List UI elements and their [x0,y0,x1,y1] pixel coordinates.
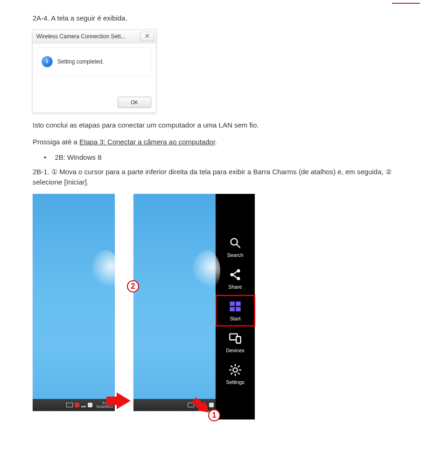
svg-line-5 [233,271,237,274]
svg-line-18 [231,366,233,368]
marker-2: 2 [127,280,139,292]
gear-icon [229,363,242,377]
dialog-body: i Setting completed. [33,43,156,95]
circled-2-inline: ② [385,168,392,176]
svg-rect-7 [230,302,235,306]
dialog-window: Wireless Camera Connection Sett... i Set… [33,30,156,113]
svg-point-2 [231,273,234,277]
svg-line-6 [233,275,237,278]
desktop-right-with-charms: Search Share [133,194,255,419]
svg-point-3 [237,270,240,273]
bullet-2b-label: 2B: Windows 8 [55,153,101,161]
bullet-2b: 2B: Windows 8 [44,153,415,161]
svg-point-0 [231,239,238,245]
etapa3-link[interactable]: Etapa 3: Conectar a câmera ao computador [79,138,215,146]
desktop-right [133,194,216,411]
network-icon [81,403,86,407]
close-icon [145,34,149,39]
svg-rect-9 [230,307,235,311]
info-icon: i [42,56,53,67]
svg-line-21 [238,366,239,368]
clock-date: 5/16/2013 [96,405,113,409]
close-button[interactable] [140,32,154,41]
windows-logo-icon [229,300,242,314]
conclusion-text: Isto conclui as etapas para conectar um … [33,120,415,130]
action-center-icon [75,403,79,407]
svg-line-20 [231,373,233,375]
share-icon [229,268,242,282]
charm-search[interactable]: Search [216,232,255,263]
charm-label: Share [228,284,242,290]
ok-button[interactable]: OK [118,97,151,108]
volume-icon [88,403,92,407]
devices-icon [229,332,242,346]
svg-point-4 [237,277,240,280]
dialog-titlebar: Wireless Camera Connection Sett... [33,30,156,43]
svg-rect-10 [236,307,241,311]
dialog-title: Wireless Camera Connection Sett... [36,33,140,40]
heading-2a4: 2A-4. A tela a seguir é exibida. [33,13,415,23]
svg-rect-12 [236,337,240,343]
arrow-right-icon [117,392,131,409]
taskbar-left: 9:22 A 5/16/2013 [33,399,115,411]
dialog-footer: OK [33,95,156,113]
charm-start[interactable]: Start [216,295,255,326]
charm-settings[interactable]: Settings [216,359,255,390]
charm-label: Settings [226,379,245,385]
ok-button-label: OK [131,99,138,105]
svg-point-13 [233,368,237,372]
step-2b1-part2: selecione [Iniciar]. [33,178,89,186]
svg-line-19 [238,373,239,375]
dialog-message-row: i Setting completed. [37,47,151,76]
step-2b1-label: 2B-1. [33,168,51,176]
battery-icon [66,403,73,407]
charms-bar: Search Share [216,194,255,419]
step-2b1: 2B-1. ① Mova o cursor para a parte infer… [33,167,415,187]
screenshots-row: 9:22 A 5/16/2013 [33,194,415,419]
charm-devices[interactable]: Devices [216,327,255,358]
svg-rect-8 [236,302,241,306]
svg-line-1 [237,245,240,248]
charm-label: Search [227,252,244,258]
prossiga-prefix: Prossiga até a [33,138,79,146]
dialog-message: Setting completed. [57,58,104,65]
search-icon [229,236,242,250]
charm-label: Start [230,316,240,321]
document-page: 2A-4. A tela a seguir é exibida. Wireles… [0,0,448,476]
header-rule [392,3,420,4]
prossiga-suffix: . [215,138,217,146]
step-2b1-part1: Mova o cursor para a parte inferior dire… [57,168,385,176]
circled-1-inline: ① [51,168,57,176]
charm-label: Devices [226,348,244,353]
prossiga-line: Prossiga até a Etapa 3: Conectar a câmer… [33,137,415,147]
charm-share[interactable]: Share [216,263,255,294]
desktop-left: 9:22 A 5/16/2013 [33,194,115,411]
flare-highlight [91,250,119,292]
